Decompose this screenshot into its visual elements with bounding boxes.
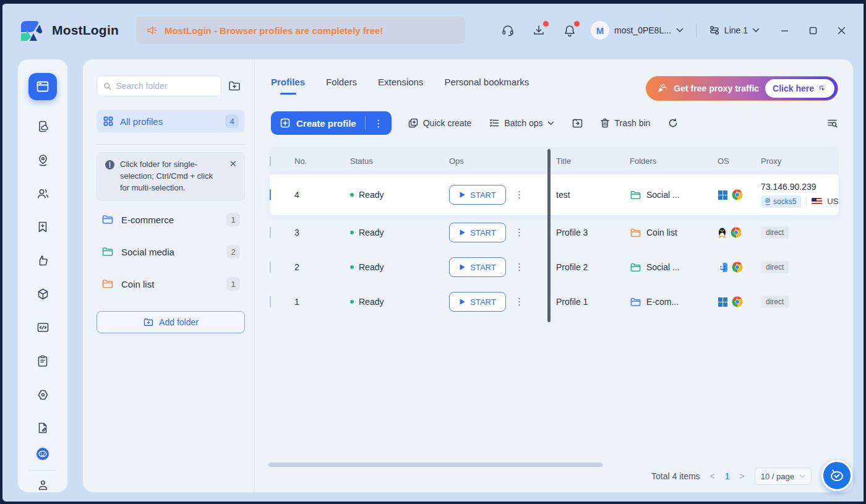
- promo-click-here-button[interactable]: Click here: [765, 79, 834, 98]
- free-proxy-promo[interactable]: Get free proxy traffic Click here: [646, 76, 838, 101]
- row-title: test: [556, 190, 630, 200]
- row-more-icon[interactable]: ⋮: [515, 262, 524, 273]
- bell-icon[interactable]: [562, 23, 577, 38]
- sidebar-item-cloud-phone[interactable]: [35, 119, 50, 134]
- move-to-folder-icon[interactable]: [572, 117, 583, 129]
- folder-search[interactable]: [96, 75, 221, 96]
- row-folder: E-com...: [646, 297, 679, 307]
- sidebar-divider: [29, 470, 56, 471]
- assistant-fab[interactable]: [821, 460, 852, 491]
- sidebar-item-account[interactable]: [35, 478, 50, 492]
- sidebar-item-all-profiles[interactable]: All profiles 4: [96, 110, 245, 132]
- row-checkbox[interactable]: [270, 227, 271, 238]
- start-button[interactable]: START: [449, 185, 506, 205]
- batch-ops-button[interactable]: Batch ops: [489, 117, 554, 129]
- start-button[interactable]: START: [449, 292, 506, 312]
- sidebar-item-api[interactable]: [35, 320, 50, 335]
- tab-personal-bookmarks[interactable]: Personal bookmarks: [444, 77, 529, 95]
- select-all-checkbox[interactable]: [270, 156, 271, 166]
- status-dot: [350, 265, 354, 269]
- sidebar-item-packages[interactable]: [35, 287, 50, 301]
- tab-profiles[interactable]: Profiles: [271, 77, 305, 95]
- refresh-icon[interactable]: [667, 117, 679, 129]
- chrome-icon: [732, 189, 743, 200]
- folder-item-social-media[interactable]: Social media 2: [96, 242, 245, 262]
- sidebar: [18, 59, 67, 492]
- tab-extensions[interactable]: Extensions: [378, 77, 423, 95]
- folder-count: 1: [226, 213, 240, 226]
- sidebar-item-likes[interactable]: [35, 254, 50, 268]
- line-selector-label: Line 1: [724, 25, 748, 35]
- status-dot: [350, 231, 354, 234]
- sidebar-item-locations[interactable]: [35, 153, 50, 168]
- macos-icon: [718, 262, 728, 273]
- download-icon[interactable]: [531, 23, 546, 38]
- add-folder-button[interactable]: Add folder: [96, 311, 245, 333]
- profiles-content: Profiles Folders Extensions Personal boo…: [255, 59, 853, 492]
- row-folder: Coin list: [646, 228, 677, 237]
- sidebar-item-team[interactable]: [35, 187, 50, 201]
- col-os: OS: [718, 156, 761, 166]
- play-icon: [459, 298, 466, 305]
- table-row[interactable]: 4 Ready START ⋮ test Social: [270, 174, 839, 215]
- robot-logo-icon: [828, 467, 846, 484]
- folder-icon: [630, 262, 641, 273]
- folder-item-coin-list[interactable]: Coin list 1: [96, 274, 245, 294]
- divider: [806, 197, 807, 206]
- prev-page-button[interactable]: <: [710, 471, 715, 481]
- sidebar-item-bookmarks[interactable]: [35, 220, 50, 234]
- page-size-select[interactable]: 10 / page: [755, 468, 812, 485]
- folder-icon: [630, 296, 641, 308]
- row-more-icon[interactable]: ⋮: [515, 227, 524, 238]
- start-label: START: [470, 228, 495, 237]
- folder-name: Coin list: [121, 279, 219, 289]
- table-row[interactable]: 2 Ready START ⋮ Profile 2 S: [270, 250, 839, 284]
- horizontal-scrollbar[interactable]: [268, 463, 602, 467]
- next-page-button[interactable]: >: [740, 471, 745, 481]
- row-more-icon[interactable]: ⋮: [515, 189, 524, 200]
- create-profile-button[interactable]: Create profile ⋮: [271, 111, 392, 135]
- close-icon[interactable]: ✕: [229, 159, 237, 194]
- table-row[interactable]: 1 Ready START ⋮ Profile 1 E: [270, 284, 839, 319]
- create-profile-label: Create profile: [296, 118, 356, 129]
- row-more-icon[interactable]: ⋮: [515, 296, 524, 307]
- row-checkbox[interactable]: [270, 262, 271, 273]
- start-label: START: [470, 263, 495, 272]
- sidebar-item-logs[interactable]: [35, 354, 50, 368]
- frozen-column-scrollbar[interactable]: [547, 149, 551, 322]
- quick-create-button[interactable]: Quick create: [408, 117, 472, 129]
- account-name: most_0PE8L...: [614, 25, 671, 35]
- toolbar: Create profile ⋮ Quick create: [271, 111, 838, 135]
- sidebar-item-robot-chat[interactable]: [35, 446, 50, 461]
- line-selector[interactable]: Line 1: [709, 25, 760, 36]
- table-row[interactable]: 3 Ready START ⋮ Profile 3 C: [270, 215, 839, 250]
- status-dot: [350, 193, 354, 197]
- maximize-button[interactable]: [808, 25, 818, 35]
- row-checkbox[interactable]: [270, 189, 271, 200]
- row-folder: Social ...: [646, 190, 680, 200]
- page-number[interactable]: 1: [725, 471, 730, 481]
- chevron-down-icon: [676, 28, 684, 33]
- folder-item-ecommerce[interactable]: E-commerce 1: [96, 210, 245, 229]
- folder-search-input[interactable]: [116, 81, 215, 91]
- search-list-icon[interactable]: [826, 117, 838, 129]
- minimize-button[interactable]: [779, 25, 789, 35]
- row-checkbox[interactable]: [270, 296, 271, 307]
- tab-folders[interactable]: Folders: [326, 77, 357, 95]
- sidebar-item-docs[interactable]: [35, 421, 50, 435]
- start-button[interactable]: START: [449, 223, 506, 242]
- chrome-icon: [732, 262, 743, 273]
- batch-ops-label: Batch ops: [504, 118, 542, 128]
- pagination: Total 4 items < 1 > 10 / page: [651, 468, 832, 485]
- create-profile-more-icon[interactable]: ⋮: [366, 117, 392, 129]
- add-folder-icon[interactable]: [228, 79, 241, 93]
- start-button[interactable]: START: [449, 257, 506, 277]
- account-menu[interactable]: M most_0PE8L...: [591, 21, 684, 40]
- sidebar-item-settings[interactable]: [35, 388, 50, 402]
- close-button[interactable]: [836, 25, 846, 35]
- headset-icon[interactable]: [500, 23, 515, 38]
- trash-bin-label: Trash bin: [615, 118, 651, 128]
- total-items: Total 4 items: [651, 471, 700, 481]
- trash-bin-button[interactable]: Trash bin: [599, 117, 651, 129]
- sidebar-item-browser-profiles[interactable]: [28, 73, 57, 100]
